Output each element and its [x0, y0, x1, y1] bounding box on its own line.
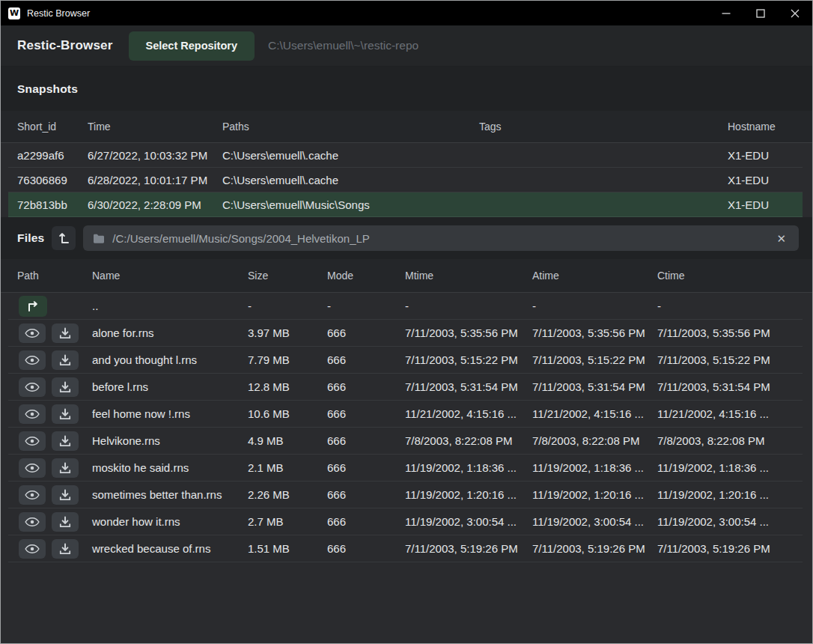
snapshots-table-header: Short_id Time Paths Tags Hostname — [1, 111, 812, 143]
download-file-button[interactable] — [52, 431, 79, 451]
file-row: moskito he said.rns 2.1 MB 666 11/19/200… — [8, 455, 803, 482]
clear-path-icon[interactable]: ✕ — [773, 231, 789, 246]
snapshot-short-id: 72b813bb — [8, 198, 88, 211]
file-atime: 7/11/2003, 5:19:26 PM — [532, 542, 657, 555]
snapshots-title: Snapshots — [17, 82, 78, 96]
file-ctime: 11/19/2002, 1:20:16 ... — [657, 488, 803, 501]
file-mode: - — [327, 300, 405, 312]
repository-path-text: C:\Users\emuell\~\restic-repo — [268, 39, 418, 52]
download-file-button[interactable] — [52, 404, 79, 424]
file-ctime: 11/19/2002, 1:18:36 ... — [657, 461, 803, 474]
eye-icon — [25, 328, 40, 338]
file-mtime: 7/8/2003, 8:22:08 PM — [405, 434, 532, 447]
preview-file-button[interactable] — [19, 377, 46, 397]
files-section-header: Files /C:/Users/emuell/Music/Songs/2004_… — [1, 217, 812, 259]
download-file-button[interactable] — [52, 458, 79, 478]
file-mode: 666 — [327, 407, 405, 420]
download-file-button[interactable] — [52, 377, 79, 397]
eye-icon — [25, 517, 40, 527]
file-size: 3.97 MB — [248, 326, 327, 339]
snapshot-short-id: a2299af6 — [8, 149, 88, 162]
file-mode: 666 — [327, 434, 405, 447]
file-name: alone for.rns — [92, 326, 248, 339]
file-name: and you thought l.rns — [92, 353, 248, 366]
snapshot-row[interactable]: a2299af6 6/27/2022, 10:03:32 PM C:\Users… — [8, 143, 803, 168]
file-size: 10.6 MB — [248, 407, 327, 420]
file-row: wonder how it.rns 2.7 MB 666 11/19/2002,… — [8, 508, 803, 535]
file-mode: 666 — [327, 353, 405, 366]
titlebar: W Restic Browser — [1, 1, 812, 25]
file-ctime: 7/11/2003, 5:31:54 PM — [657, 380, 803, 393]
download-icon — [59, 435, 71, 447]
file-row: alone for.rns 3.97 MB 666 7/11/2003, 5:3… — [8, 320, 803, 347]
file-ctime: 7/11/2003, 5:15:22 PM — [657, 353, 803, 366]
file-row: wrecked because of.rns 1.51 MB 666 7/11/… — [8, 535, 803, 562]
file-ctime: 11/21/2002, 4:15:16 ... — [657, 407, 803, 420]
download-icon — [59, 516, 71, 528]
file-row: Helvikone.rns 4.9 MB 666 7/8/2003, 8:22:… — [8, 428, 803, 455]
select-repository-button[interactable]: Select Repository — [129, 31, 255, 61]
preview-file-button[interactable] — [19, 323, 46, 343]
file-mtime: 11/19/2002, 1:20:16 ... — [405, 488, 532, 501]
preview-file-button[interactable] — [19, 485, 46, 505]
eye-icon — [25, 463, 40, 473]
eye-icon — [25, 490, 40, 500]
file-actions — [8, 485, 92, 505]
file-mtime: 7/11/2003, 5:19:26 PM — [405, 542, 532, 555]
file-row: sometimes better than.rns 2.26 MB 666 11… — [8, 482, 803, 508]
file-atime: 7/11/2003, 5:15:22 PM — [532, 353, 657, 366]
preview-file-button[interactable] — [19, 458, 46, 478]
column-header-path: Path — [8, 259, 92, 292]
file-row: and you thought l.rns 7.79 MB 666 7/11/2… — [8, 347, 803, 374]
file-actions — [8, 512, 92, 532]
restic-browser-window: W Restic Browser Restic-Browser Select R… — [0, 0, 813, 644]
app-header: Restic-Browser Select Repository C:\User… — [1, 25, 812, 67]
window-title: Restic Browser — [27, 8, 90, 19]
minimize-button[interactable] — [709, 1, 743, 25]
close-icon — [791, 9, 800, 18]
app-title: Restic-Browser — [17, 38, 113, 53]
file-size: 1.51 MB — [248, 542, 327, 555]
file-atime: - — [532, 300, 657, 312]
close-button[interactable] — [778, 1, 812, 25]
file-name: wrecked because of.rns — [92, 542, 248, 555]
file-mtime: 7/11/2003, 5:35:56 PM — [405, 326, 532, 339]
download-icon — [59, 462, 71, 474]
preview-file-button[interactable] — [19, 431, 46, 451]
level-up-button[interactable] — [52, 226, 76, 250]
file-mode: 666 — [327, 488, 405, 501]
maximize-button[interactable] — [743, 1, 778, 25]
file-mode: 666 — [327, 326, 405, 339]
file-atime: 7/11/2003, 5:31:54 PM — [532, 380, 657, 393]
snapshot-time: 6/30/2022, 2:28:09 PM — [88, 198, 222, 211]
go-to-parent-button[interactable] — [19, 296, 47, 317]
download-file-button[interactable] — [52, 512, 79, 532]
preview-file-button[interactable] — [19, 350, 46, 370]
file-actions — [8, 404, 92, 424]
file-size: 4.9 MB — [248, 434, 327, 447]
snapshot-row[interactable]: 72b813bb 6/30/2022, 2:28:09 PM C:\Users\… — [8, 192, 803, 217]
preview-file-button[interactable] — [19, 539, 46, 559]
files-title: Files — [17, 231, 44, 245]
download-icon — [59, 381, 71, 393]
file-size: 2.26 MB — [248, 488, 327, 501]
download-file-button[interactable] — [52, 350, 79, 370]
current-path-text: /C:/Users/emuell/Music/Songs/2004_Helvet… — [112, 232, 370, 245]
window-controls — [709, 1, 812, 25]
file-mode: 666 — [327, 380, 405, 393]
maximize-icon — [756, 9, 765, 18]
column-header-size: Size — [248, 259, 327, 292]
preview-file-button[interactable] — [19, 512, 46, 532]
file-name: moskito he said.rns — [92, 461, 248, 474]
file-mode: 666 — [327, 542, 405, 555]
snapshot-row[interactable]: 76306869 6/28/2022, 10:01:17 PM C:\Users… — [8, 168, 803, 192]
minimize-icon — [722, 9, 731, 18]
download-file-button[interactable] — [52, 485, 79, 505]
current-path-input[interactable]: /C:/Users/emuell/Music/Songs/2004_Helvet… — [83, 225, 799, 251]
folder-icon — [93, 234, 105, 243]
download-file-button[interactable] — [52, 539, 79, 559]
snapshot-time: 6/27/2022, 10:03:32 PM — [88, 149, 222, 162]
download-file-button[interactable] — [52, 323, 79, 343]
eye-icon — [25, 544, 40, 554]
preview-file-button[interactable] — [19, 404, 46, 424]
